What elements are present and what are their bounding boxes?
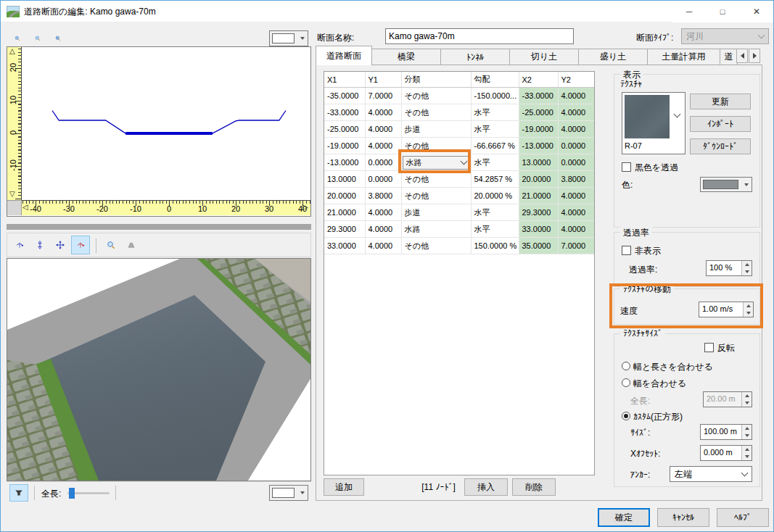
viewer3d-color-dropdown[interactable] [269,485,308,501]
cell-r7-c2[interactable]: 歩道 [401,204,471,221]
cell-r7-c1[interactable]: 4.0000 [365,204,401,221]
plot-color-dropdown[interactable] [269,30,308,46]
tab-tunnel[interactable]: ﾄﾝﾈﾙ [441,49,510,65]
cell-r0-c2[interactable]: その他 [401,88,471,104]
cell-r4-c3[interactable]: 水平 [471,154,519,171]
cell-r3-c5[interactable]: 0.0000 [558,138,595,154]
invert-checkbox[interactable] [704,343,714,352]
cell-r2-c0[interactable]: -25.0000 [324,121,365,138]
cell-r6-c3[interactable]: 20.0000 % [471,188,519,204]
texture-picker[interactable]: R-07 [622,92,686,154]
cell-r2-c3[interactable]: 水平 [471,121,519,138]
ruler-down-arrow-icon[interactable]: ▽ [9,191,15,198]
cell-r9-c2[interactable]: その他 [401,238,471,254]
spin-down-icon[interactable] [742,432,752,439]
cell-r5-c0[interactable]: 13.0000 [324,171,365,188]
cell-r5-c2[interactable]: その他 [401,171,471,188]
close-button[interactable]: ✕ [739,1,774,22]
cell-r5-c4[interactable]: 20.0000 [519,171,558,188]
rotate-horizontal-button[interactable] [10,236,29,254]
speed-spinner[interactable]: 1.00 m/s [699,302,754,317]
delete-node-button[interactable]: 削除 [512,478,556,496]
cell-r0-c4[interactable]: -33.0000 [519,88,558,104]
import-texture-button[interactable]: ｲﾝﾎﾟｰﾄ [690,116,751,132]
cell-r6-c5[interactable]: 4.0000 [558,188,595,204]
tab-road-section[interactable]: 道路断面 [316,46,372,65]
cell-r1-c0[interactable]: -33.0000 [324,104,365,121]
zoom-in-button[interactable] [9,30,25,46]
download-texture-button[interactable]: ﾀﾞｳﾝﾛｰﾄﾞ [690,138,751,154]
cell-r5-c1[interactable]: 0.0000 [365,171,401,188]
cell-r3-c4[interactable]: -13.0000 [519,138,558,154]
cell-r3-c2[interactable]: その他 [401,138,471,154]
cell-r3-c0[interactable]: -19.0000 [324,138,365,154]
spin-up-icon[interactable] [742,446,752,453]
cell-r1-c1[interactable]: 4.0000 [365,104,401,121]
anchor-dropdown[interactable]: 左端 [670,466,752,482]
cell-r8-c2[interactable]: 水路 [401,221,471,238]
section-name-input[interactable] [385,28,574,44]
cell-r2-c1[interactable]: 4.0000 [365,121,401,138]
cell-r3-c1[interactable]: 4.0000 [365,138,401,154]
cell-r4-c4[interactable]: 13.0000 [519,154,558,171]
road-view-button[interactable] [122,236,141,254]
spin-down-icon[interactable] [742,453,752,460]
cell-r1-c5[interactable]: 4.0000 [558,104,595,121]
spin-up-icon[interactable] [742,261,752,268]
spin-up-icon[interactable] [744,302,753,309]
category-dropdown[interactable]: 水路 [403,156,470,170]
tab-scroll-right-button[interactable] [749,49,760,63]
length-slider-handle[interactable] [69,488,75,499]
xoffset-spinner[interactable]: 0.000 m [700,445,752,461]
tab-scroll-left-button[interactable] [736,49,748,63]
spin-down-icon[interactable] [744,309,753,317]
cell-r2-c5[interactable]: 4.0000 [558,121,595,138]
move-vertical-button[interactable] [30,236,49,254]
cell-r9-c1[interactable]: 4.0000 [365,238,401,254]
cell-r7-c5[interactable]: 4.0000 [558,204,595,221]
horizontal-ruler[interactable]: ◁ ▷ -40-30-20-10010203040 [22,200,310,215]
maximize-button[interactable]: □ [706,1,739,22]
tab-earthwork-calc[interactable]: 土量計算用 [648,49,720,65]
cell-r9-c0[interactable]: 33.0000 [324,238,365,254]
spin-down-icon[interactable] [742,268,752,275]
cell-r1-c4[interactable]: -25.0000 [519,104,558,121]
cell-r0-c5[interactable]: 4.0000 [558,88,595,104]
cell-r2-c4[interactable]: -19.0000 [519,121,558,138]
free-rotate-button[interactable] [71,236,90,254]
cell-r6-c0[interactable]: 20.0000 [324,188,365,204]
add-node-button[interactable]: 追加 [324,478,364,496]
splitter[interactable] [7,224,311,230]
update-texture-button[interactable]: 更新 [690,93,751,109]
hide-checkbox[interactable] [622,246,631,255]
cell-r2-c2[interactable]: 歩道 [401,121,471,138]
fit-width-radio[interactable] [622,378,630,387]
cancel-button[interactable]: ｷｬﾝｾﾙ [657,508,709,527]
cell-r4-c0[interactable]: -13.0000 [324,154,365,171]
insert-node-button[interactable]: 挿入 [464,478,508,496]
cell-r7-c0[interactable]: 21.0000 [324,204,365,221]
cell-r9-c4[interactable]: 35.0000 [519,238,558,254]
cell-r6-c2[interactable]: その他 [401,188,471,204]
help-button[interactable]: ﾍﾙﾌﾟ [717,508,769,527]
cell-r7-c4[interactable]: 29.3000 [519,204,558,221]
tab-bridge[interactable]: 橋梁 [372,49,441,65]
cell-r8-c0[interactable]: 29.3000 [324,221,365,238]
fit-both-radio[interactable] [622,362,630,370]
vertical-ruler[interactable]: △ ▽ 20100-10 [7,47,22,200]
node-table-container[interactable]: X1Y1分類勾配X2Y2 -35.00007.0000その他-150.0000.… [324,71,595,475]
spin-up-icon[interactable] [742,425,752,432]
cell-r0-c0[interactable]: -35.0000 [324,88,365,104]
zoom-out-button[interactable] [30,30,46,46]
viewer3d[interactable] [7,258,311,481]
cell-r8-c1[interactable]: 4.0000 [365,221,401,238]
zoom-extents-button[interactable] [50,30,66,46]
cell-r1-c3[interactable]: 水平 [471,104,519,121]
cell-r9-c3[interactable]: 150.0000 % [471,238,519,254]
cell-r1-c2[interactable]: その他 [401,104,471,121]
cell-r3-c3[interactable]: -66.6667 % [471,138,519,154]
zoom-3d-button[interactable] [102,236,120,254]
cell-r8-c5[interactable]: 4.0000 [558,221,595,238]
tab-fill[interactable]: 盛り土 [579,49,648,65]
cell-r7-c3[interactable]: 水平 [471,204,519,221]
